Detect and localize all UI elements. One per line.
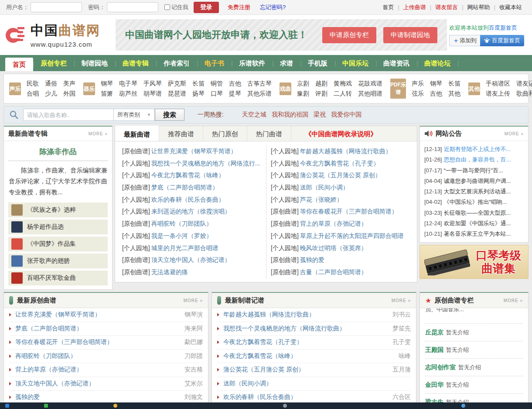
category-link[interactable]: 其他乐谱 — [247, 89, 272, 99]
password-input[interactable] — [107, 2, 158, 12]
announcement-link[interactable]: 长征颂歌——全国大型原... — [443, 210, 511, 216]
top-link[interactable]: 上传曲谱 — [399, 3, 430, 11]
category-link[interactable]: 手稿谱区 — [486, 79, 510, 89]
category-link[interactable]: 少儿 — [45, 89, 57, 99]
category-link[interactable]: 钢琴 — [430, 79, 442, 89]
announcement-link[interactable]: 著名音乐家王立平为本站... — [443, 230, 511, 237]
latest-original-more-link[interactable]: MORE » — [184, 298, 203, 303]
apply-notation-garden-button[interactable]: 申请制谱园地 — [383, 27, 437, 43]
album-list-item[interactable]: 百唱不厌军歌金曲 — [8, 271, 108, 285]
category-link[interactable]: 笛箫 — [101, 89, 113, 99]
category-link[interactable]: 扬琴 — [192, 89, 205, 99]
category-link[interactable]: 外国 — [63, 89, 75, 99]
category-link[interactable]: 吉他 — [430, 89, 442, 99]
score-title-link[interactable]: 蒲公英花（五月蒲公英 原创） — [223, 366, 388, 374]
site-logo[interactable]: 中国曲谱网 www.qupu123.com — [4, 22, 116, 48]
category-link[interactable]: 手风琴 — [143, 79, 162, 89]
nav-item[interactable]: 手机版 — [300, 55, 335, 71]
category-link[interactable]: 合唱 — [27, 89, 39, 99]
song-link[interactable]: 梦底（二声部合唱简谱） — [151, 184, 218, 191]
category-link[interactable]: 花鼓戏谱 — [358, 79, 382, 89]
taskbar-icon[interactable] — [5, 404, 9, 408]
baidu-tip-link[interactable]: 百度新首页 — [489, 24, 517, 31]
category-badge[interactable]: 声乐 — [9, 82, 21, 95]
song-link[interactable]: 来到遥远的地方（徐霞演唱） — [151, 208, 231, 215]
song-link[interactable]: 欢乐的春耕（民乐合奏曲） — [151, 196, 225, 203]
announcement-link[interactable]: 近期有登陆不上或上传不... — [443, 146, 511, 152]
category-link[interactable]: 其他唱谱 — [358, 89, 382, 99]
category-link[interactable]: 长笛 — [192, 79, 205, 89]
register-link[interactable]: 免费注册 — [228, 3, 250, 11]
author-name-link[interactable]: 丘昆京 — [425, 329, 443, 336]
score-title-link[interactable]: 今夜北方飘着雪花（孔子雯） — [223, 338, 388, 346]
announcement-link[interactable]: 思想自由，兼容并包，百... — [443, 156, 511, 163]
category-link[interactable]: 古筝古琴 — [247, 79, 272, 89]
score-row[interactable]: 让世界充满爱（钢琴双手简谱）钢琴演 — [9, 308, 203, 322]
song-link[interactable]: 我想找一个灵魂栖息的地方（网络流行... — [151, 160, 260, 167]
baidu-add-button[interactable]: ＋添加到 — [449, 35, 480, 46]
tab-hot-original[interactable]: 热门原创 — [203, 126, 247, 141]
category-link[interactable]: 胡琴谱 — [143, 89, 162, 99]
announcement-link[interactable]: 诚邀您参与曲谱网用户调... — [443, 178, 511, 184]
song-link[interactable]: 今夜北方飘着雪花（咏峰） — [151, 172, 225, 179]
category-link[interactable]: 美声 — [63, 79, 75, 89]
hot-search-link[interactable]: 天空之城 — [242, 111, 266, 119]
song-link[interactable]: 送郎（民间小调） — [300, 184, 349, 191]
top-link[interactable]: 谱友留言 — [431, 3, 462, 11]
song-link[interactable]: 城里的月光二声部合唱谱 — [151, 244, 218, 251]
score-title-link[interactable]: 让世界充满爱（钢琴双手简谱） — [15, 311, 180, 319]
category-link[interactable]: 其他 — [448, 89, 460, 99]
song-link[interactable]: 让世界充满爱（钢琴双手简谱） — [151, 148, 237, 155]
category-link[interactable]: 长笛 — [448, 79, 460, 89]
author-name-link[interactable]: 金田华 — [425, 381, 443, 388]
nav-item[interactable]: 曲谱专辑 — [115, 55, 156, 71]
score-title-link[interactable]: 欢乐的春耕（民乐合奏曲） — [223, 393, 388, 401]
song-link[interactable]: 晚风吹过哨塔（张英席） — [300, 244, 367, 251]
category-link[interactable]: 萨克斯 — [168, 79, 186, 89]
category-link[interactable]: 谱友记谱 — [516, 79, 532, 89]
hot-search-link[interactable]: 梁祝 — [314, 111, 326, 119]
hot-search-link[interactable]: 我爱你中国 — [331, 111, 361, 119]
category-link[interactable]: 铜管 — [211, 79, 223, 89]
announcement-link[interactable]: 《中国乐坛》推出“唱响... — [443, 199, 507, 205]
song-link[interactable]: 无法逃避的痛 — [151, 268, 188, 275]
song-link[interactable]: 吉量（二声部合唱简谱） — [300, 268, 367, 275]
album-list-item[interactable]: 杨学超作品选 — [8, 220, 108, 234]
taskbar-icon[interactable] — [44, 404, 48, 408]
category-link[interactable]: 京剧 — [297, 79, 309, 89]
top-link[interactable]: 首页 — [379, 3, 398, 11]
song-link[interactable]: 再唱驼铃（刀郎团队） — [151, 220, 212, 227]
nav-item[interactable]: 求谱 — [273, 55, 300, 71]
song-link[interactable]: 芦花（张晓娇） — [300, 196, 343, 203]
nav-item[interactable]: 制谱园地 — [74, 55, 115, 71]
score-row[interactable]: 梦底（二声部合唱简谱）海来阿 — [9, 322, 203, 336]
announcement-link[interactable]: 欢迎加盟《中国乐坛》通... — [443, 220, 511, 227]
top-link[interactable]: 网站帮助 — [464, 3, 494, 11]
author-name-link[interactable]: 志同创作室 — [425, 364, 456, 371]
taskbar-icon[interactable] — [461, 404, 465, 408]
song-link[interactable]: 草原上升起不落的太阳混声四部合唱谱 — [300, 232, 404, 239]
category-link[interactable]: 提琴 — [229, 89, 241, 99]
nav-item[interactable]: 原创专栏 — [33, 55, 74, 71]
song-link[interactable]: 年龄越大越孤独（网络流行歌曲） — [300, 148, 392, 155]
category-link[interactable]: 吉他 — [229, 79, 241, 89]
category-link[interactable]: 黄梅戏 — [334, 79, 352, 89]
score-title-link[interactable]: 顶天立地中国人（亦弛记谱） — [15, 380, 180, 388]
featured-album-title[interactable]: 陈涤非作品 — [8, 144, 108, 161]
original-column-more-link[interactable]: MORE » — [504, 298, 523, 303]
category-link[interactable]: 豫剧 — [297, 89, 309, 99]
category-link[interactable]: 声乐 — [412, 79, 424, 89]
category-badge[interactable]: PDF乐谱 — [390, 79, 406, 99]
category-link[interactable]: 民歌 — [27, 79, 39, 89]
album-list-item[interactable]: 《民族之春》选粹 — [8, 203, 108, 217]
category-link[interactable]: 二人转 — [334, 89, 352, 99]
score-title-link[interactable]: 今夜北方飘着雪花（咏峰） — [223, 352, 394, 360]
score-title-link[interactable]: 我想找一个灵魂栖息的地方（网络流行歌曲） — [223, 325, 388, 333]
taskbar[interactable] — [0, 402, 532, 409]
login-button[interactable]: 登录 — [194, 2, 219, 13]
tab-latest-scores[interactable]: 最新曲谱 — [115, 126, 159, 141]
latest-notation-more-link[interactable]: MORE » — [392, 298, 411, 303]
search-category-select[interactable]: 所有类别▼ — [114, 109, 155, 121]
song-link[interactable]: 孤独的爱 — [300, 256, 324, 263]
score-title-link[interactable]: 等你在春暖花开（三声部合唱简谱） — [15, 338, 180, 346]
